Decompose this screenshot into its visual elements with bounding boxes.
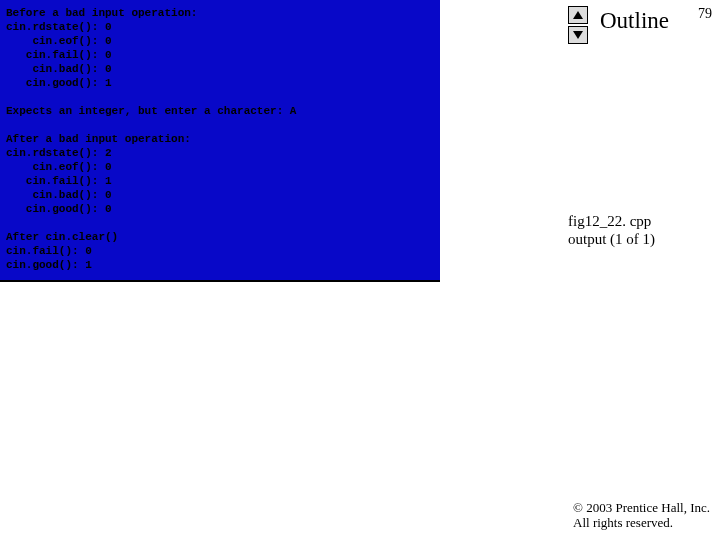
nav-buttons (568, 6, 588, 46)
console-row: cin.eof(): 0 (6, 161, 112, 173)
console-row: cin.eof(): 0 (6, 35, 112, 47)
outline-heading: Outline (600, 8, 669, 34)
copyright-line2: All rights reserved. (573, 515, 710, 530)
nav-down-button[interactable] (568, 26, 588, 44)
figure-filename: fig12_22. cpp (568, 212, 655, 230)
console-after-header: After a bad input operation: (6, 133, 191, 145)
console-prompt: Expects an integer, but enter a characte… (6, 105, 296, 117)
arrow-up-icon (572, 10, 584, 20)
console-row: cin.fail(): 0 (6, 245, 92, 257)
svg-marker-0 (573, 11, 583, 19)
console-row: cin.rdstate(): 0 (6, 21, 112, 33)
copyright-line1: © 2003 Prentice Hall, Inc. (573, 500, 710, 515)
console-row: cin.good(): 1 (6, 259, 92, 271)
console-row: cin.fail(): 0 (6, 49, 112, 61)
arrow-down-icon (572, 30, 584, 40)
copyright-notice: © 2003 Prentice Hall, Inc. All rights re… (573, 500, 710, 530)
figure-output-label: output (1 of 1) (568, 230, 655, 248)
console-row: cin.good(): 0 (6, 203, 112, 215)
console-output: Before a bad input operation: cin.rdstat… (0, 0, 440, 282)
svg-marker-1 (573, 31, 583, 39)
console-before-header: Before a bad input operation: (6, 7, 197, 19)
console-row: cin.bad(): 0 (6, 189, 112, 201)
console-clear-header: After cin.clear() (6, 231, 118, 243)
page-number: 79 (698, 6, 712, 22)
figure-reference: fig12_22. cpp output (1 of 1) (568, 212, 655, 248)
console-row: cin.fail(): 1 (6, 175, 112, 187)
console-row: cin.rdstate(): 2 (6, 147, 112, 159)
console-row: cin.good(): 1 (6, 77, 112, 89)
console-row: cin.bad(): 0 (6, 63, 112, 75)
nav-up-button[interactable] (568, 6, 588, 24)
